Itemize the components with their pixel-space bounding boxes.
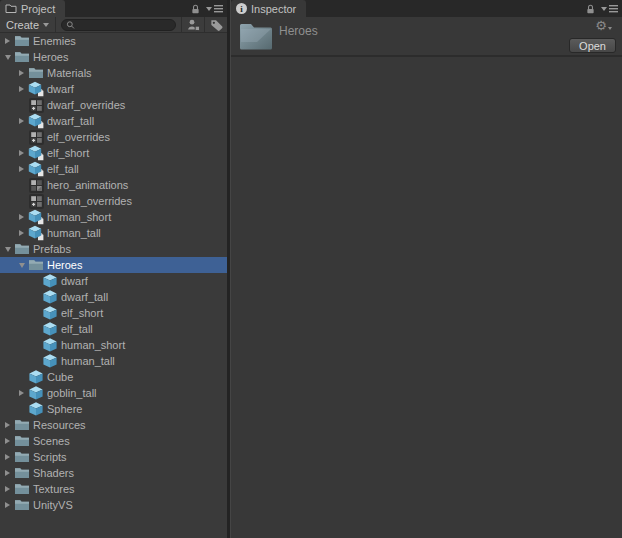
- tree-item-label: elf_tall: [47, 163, 79, 175]
- tree-item-label: human_overrides: [47, 195, 132, 207]
- tree-item-human_overrides[interactable]: human_overrides: [0, 193, 227, 209]
- foldout-arrow[interactable]: [15, 385, 28, 401]
- foldout-arrow[interactable]: [1, 465, 14, 481]
- search-by-label-button[interactable]: [205, 17, 227, 33]
- create-button[interactable]: Create: [0, 17, 55, 33]
- tree-item-Enemies[interactable]: Enemies: [0, 33, 227, 49]
- inspector-tabbar: i Inspector: [231, 0, 622, 17]
- tree-item-label: dwarf_tall: [61, 291, 108, 303]
- foldout-arrow[interactable]: [1, 49, 14, 65]
- tree-item-label: dwarf_overrides: [47, 99, 125, 111]
- tree-item-label: Prefabs: [33, 243, 71, 255]
- tree-item-dwarf_tall[interactable]: dwarf_tall: [0, 289, 227, 305]
- tree-item-label: elf_short: [47, 147, 89, 159]
- prefab-icon: [42, 305, 58, 321]
- foldout-arrow[interactable]: [1, 433, 14, 449]
- tree-item-label: Sphere: [47, 403, 82, 415]
- foldout-arrow[interactable]: [15, 145, 28, 161]
- tree-item-label: Resources: [33, 419, 86, 431]
- tree-item-goblin_tall[interactable]: goblin_tall: [0, 385, 227, 401]
- tree-item-label: Heroes: [47, 259, 82, 271]
- tree-item-dwarf_tall[interactable]: dwarf_tall: [0, 113, 227, 129]
- tree-item-Sphere[interactable]: Sphere: [0, 401, 227, 417]
- tree-item-label: elf_tall: [61, 323, 93, 335]
- tree-item-Heroes[interactable]: Heroes: [0, 49, 227, 65]
- prefab-icon: [42, 273, 58, 289]
- search-input[interactable]: [75, 20, 171, 30]
- tree-item-label: human_tall: [61, 355, 115, 367]
- tree-item-elf_tall[interactable]: elf_tall: [0, 321, 227, 337]
- tree-item-Textures[interactable]: Textures: [0, 481, 227, 497]
- tree-item-label: Heroes: [33, 51, 68, 63]
- foldout-arrow[interactable]: [15, 113, 28, 129]
- tab-inspector[interactable]: i Inspector: [231, 0, 306, 17]
- tree-item-Scripts[interactable]: Scripts: [0, 449, 227, 465]
- tree-item-Shaders[interactable]: Shaders: [0, 465, 227, 481]
- foldout-arrow[interactable]: [15, 161, 28, 177]
- create-button-label: Create: [6, 19, 39, 31]
- lock-icon[interactable]: [190, 3, 201, 15]
- inspector-panel: i Inspector: [231, 0, 622, 538]
- project-tab-label: Project: [21, 3, 55, 15]
- foldout-arrow[interactable]: [1, 497, 14, 513]
- open-button[interactable]: Open: [569, 38, 616, 53]
- panel-menu-icon[interactable]: [601, 4, 618, 13]
- arrow-spacer: [15, 97, 28, 113]
- inspector-header: Heroes ⚙ Open: [231, 17, 622, 57]
- arrow-spacer: [29, 273, 42, 289]
- dropdown-chevron-icon: [601, 7, 607, 11]
- gear-menu-button[interactable]: ⚙: [595, 19, 612, 32]
- arrow-spacer: [15, 177, 28, 193]
- lock-icon[interactable]: [585, 3, 596, 15]
- project-tabbar: Project: [0, 0, 227, 17]
- arrow-spacer: [29, 353, 42, 369]
- tree-item-human_short[interactable]: human_short: [0, 337, 227, 353]
- model-icon: [28, 145, 44, 161]
- tree-item-label: human_short: [61, 339, 125, 351]
- foldout-arrow[interactable]: [15, 81, 28, 97]
- tree-item-dwarf[interactable]: dwarf: [0, 273, 227, 289]
- tree-item-Materials[interactable]: Materials: [0, 65, 227, 81]
- arrow-spacer: [15, 129, 28, 145]
- prefab-icon: [42, 321, 58, 337]
- tree-item-Heroes[interactable]: Heroes: [0, 257, 227, 273]
- foldout-arrow[interactable]: [15, 209, 28, 225]
- prefab-icon: [28, 385, 44, 401]
- tree-item-Cube[interactable]: Cube: [0, 369, 227, 385]
- foldout-arrow[interactable]: [1, 449, 14, 465]
- tree-item-Resources[interactable]: Resources: [0, 417, 227, 433]
- foldout-arrow[interactable]: [1, 481, 14, 497]
- tree-item-label: Materials: [47, 67, 92, 79]
- foldout-arrow[interactable]: [15, 257, 28, 273]
- tree-item-elf_overrides[interactable]: elf_overrides: [0, 129, 227, 145]
- tree-item-elf_short[interactable]: elf_short: [0, 305, 227, 321]
- tree-item-Prefabs[interactable]: Prefabs: [0, 241, 227, 257]
- tab-project[interactable]: Project: [0, 0, 65, 17]
- tree-item-elf_tall[interactable]: elf_tall: [0, 161, 227, 177]
- tree-item-Scenes[interactable]: Scenes: [0, 433, 227, 449]
- foldout-arrow[interactable]: [15, 65, 28, 81]
- foldout-arrow[interactable]: [15, 225, 28, 241]
- override-icon: [28, 97, 44, 113]
- folder-large-icon: [239, 22, 273, 51]
- model-icon: [28, 209, 44, 225]
- tree-item-label: dwarf: [47, 83, 74, 95]
- arrow-spacer: [15, 193, 28, 209]
- tree-item-label: Cube: [47, 371, 73, 383]
- hamburger-icon: [214, 4, 223, 13]
- tree-item-human_short[interactable]: human_short: [0, 209, 227, 225]
- folder-icon: [28, 257, 44, 273]
- foldout-arrow[interactable]: [1, 241, 14, 257]
- foldout-arrow[interactable]: [1, 33, 14, 49]
- panel-menu-icon[interactable]: [206, 4, 223, 13]
- tree-item-elf_short[interactable]: elf_short: [0, 145, 227, 161]
- foldout-arrow[interactable]: [1, 417, 14, 433]
- tree-item-dwarf[interactable]: dwarf: [0, 81, 227, 97]
- search-field[interactable]: [61, 19, 176, 31]
- tree-item-dwarf_overrides[interactable]: dwarf_overrides: [0, 97, 227, 113]
- tree-item-UnityVS[interactable]: UnityVS: [0, 497, 227, 513]
- tree-item-human_tall[interactable]: human_tall: [0, 353, 227, 369]
- tree-item-human_tall[interactable]: human_tall: [0, 225, 227, 241]
- search-by-type-button[interactable]: [182, 17, 204, 33]
- tree-item-hero_animations[interactable]: hero_animations: [0, 177, 227, 193]
